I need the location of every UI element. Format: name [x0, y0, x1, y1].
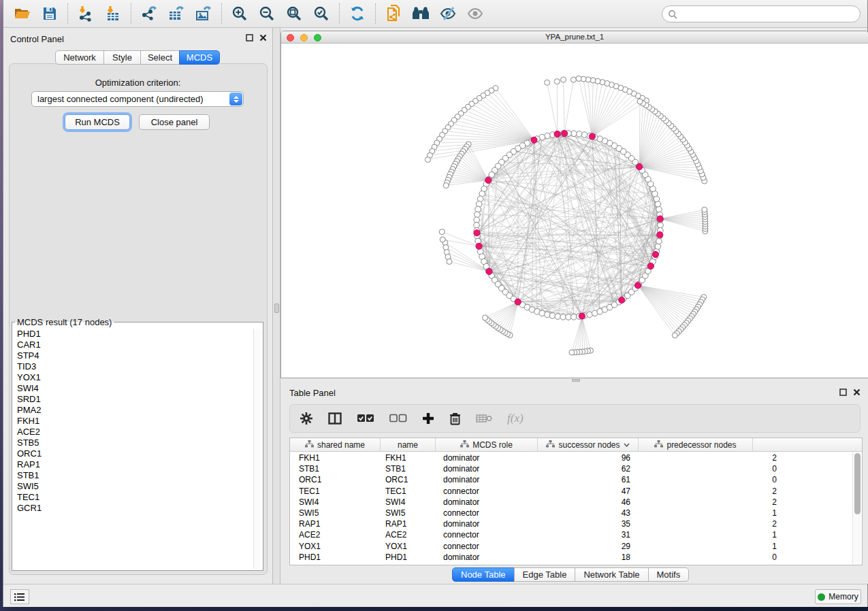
toolbar-separator	[339, 3, 340, 24]
memory-button[interactable]: Memory	[815, 589, 861, 604]
status-bar: Memory	[3, 584, 867, 607]
mcds-result-item[interactable]: ORC1	[14, 448, 253, 459]
run-mcds-button[interactable]: Run MCDS	[65, 114, 130, 130]
table-row[interactable]: SWI4SWI4dominator462	[290, 497, 862, 508]
mcds-result-item[interactable]: FKH1	[14, 416, 253, 427]
column-header-successor-nodes[interactable]: successor nodes	[538, 438, 639, 452]
vertical-splitter-handle[interactable]	[274, 303, 279, 313]
status-menu-button[interactable]	[10, 589, 29, 604]
new-network-from-selection-icon[interactable]	[380, 3, 407, 24]
dropdown-selected-value: largest connected component (undirected)	[32, 94, 229, 104]
mcds-result-item[interactable]: SWI4	[14, 383, 253, 394]
mcds-result-item[interactable]: ACE2	[14, 427, 253, 437]
network-canvas[interactable]	[281, 44, 868, 378]
zoom-out-icon[interactable]	[253, 3, 280, 24]
mcds-result-item[interactable]: GCR1	[14, 503, 253, 514]
hide-selected-icon[interactable]	[434, 3, 462, 24]
search-input[interactable]	[680, 7, 860, 21]
column-header-MCDS-role[interactable]: MCDS role	[436, 438, 538, 452]
import-network-icon[interactable]	[72, 3, 99, 24]
tab-style[interactable]: Style	[103, 50, 141, 65]
table-row[interactable]: STB1STB1dominator620	[290, 463, 862, 474]
tab-select[interactable]: Select	[140, 50, 180, 65]
float-table-panel-icon[interactable]	[839, 389, 847, 396]
delete-table-icon	[476, 413, 492, 424]
table-row[interactable]: ORC1ORC1dominator610	[290, 474, 862, 485]
column-header-name[interactable]: name	[381, 438, 436, 452]
column-header-predecessor-nodes[interactable]: predecessor nodes	[639, 438, 753, 452]
table-row[interactable]: ACE2ACE2connector311	[290, 529, 862, 540]
table-row[interactable]: FKH1FKH1dominator962	[290, 452, 862, 463]
tab-motifs[interactable]: Motifs	[648, 567, 690, 582]
tab-edge-table[interactable]: Edge Table	[514, 567, 576, 582]
mcds-result-item[interactable]: TEC1	[14, 492, 253, 503]
show-columns-icon[interactable]	[328, 412, 342, 425]
mcds-result-item[interactable]: STB1	[14, 470, 253, 481]
mcds-result-item[interactable]: PMA2	[14, 405, 253, 416]
mcds-result-item[interactable]: SWI5	[14, 481, 253, 492]
mcds-result-item[interactable]: SRD1	[14, 394, 253, 405]
float-panel-icon[interactable]	[246, 34, 253, 42]
table-panel-tabs: Node TableEdge TableNetwork TableMotifs	[452, 567, 689, 582]
tab-network-table[interactable]: Network Table	[575, 567, 648, 582]
mcds-result-item[interactable]: CAR1	[14, 340, 253, 350]
table-row[interactable]: YOX1YOX1connector291	[290, 541, 862, 552]
mcds-result-group: MCDS result (17 nodes) PHD1CAR1STP4TID3Y…	[12, 317, 263, 571]
export-table-icon[interactable]	[163, 3, 190, 24]
vertical-splitter[interactable]	[273, 28, 280, 584]
table-row[interactable]: PHD1PHD1dominator180	[290, 552, 862, 563]
mcds-result-item[interactable]: YOX1	[14, 372, 253, 383]
table-row[interactable]: TEC1TEC1connector472	[290, 486, 862, 497]
close-table-panel-icon[interactable]	[853, 389, 861, 396]
export-network-icon[interactable]	[135, 3, 163, 24]
mcds-result-item[interactable]: STP4	[14, 350, 253, 361]
search-box[interactable]	[662, 5, 861, 22]
close-panel-icon[interactable]	[259, 34, 267, 42]
search-icon	[668, 10, 677, 19]
tab-network[interactable]: Network	[55, 50, 104, 65]
table-panel: Table Panel	[280, 382, 868, 584]
table-row[interactable]: RAP1RAP1dominator352	[290, 518, 862, 529]
table-options-gear-icon[interactable]	[300, 412, 313, 425]
select-all-icon[interactable]	[357, 414, 374, 423]
toolbar-separator	[131, 3, 131, 24]
table-panel-title: Table Panel	[289, 388, 336, 398]
export-image-icon[interactable]	[190, 3, 217, 24]
table-row[interactable]: SWI5SWI5connector431	[290, 508, 862, 518]
table-scrollbar[interactable]	[852, 452, 861, 564]
horizontal-splitter-handle[interactable]	[572, 379, 580, 382]
zoom-in-icon[interactable]	[226, 3, 253, 24]
network-window-title: YPA_prune.txt_1	[281, 33, 868, 41]
zoom-selected-icon[interactable]	[308, 3, 335, 24]
optimization-criterion-dropdown[interactable]: largest connected component (undirected)	[31, 91, 244, 107]
control-panel-title: Control Panel	[10, 34, 64, 44]
mcds-result-item[interactable]: PHD1	[14, 329, 253, 340]
deselect-all-icon[interactable]	[389, 414, 407, 423]
memory-button-label: Memory	[829, 592, 858, 601]
add-column-icon[interactable]	[422, 412, 434, 425]
toolbar-separator	[221, 3, 222, 24]
tab-node-table[interactable]: Node Table	[452, 567, 515, 582]
close-panel-button[interactable]: Close panel	[139, 114, 210, 130]
mcds-result-item[interactable]: RAP1	[14, 459, 253, 470]
network-graph	[281, 44, 868, 378]
table-scrollbar-thumb[interactable]	[854, 453, 861, 514]
first-neighbors-icon[interactable]	[407, 3, 434, 24]
tab-mcds[interactable]: MCDS	[179, 50, 220, 65]
memory-status-icon	[818, 593, 825, 601]
mcds-result-item[interactable]: TID3	[14, 361, 253, 372]
open-file-icon[interactable]	[9, 3, 36, 24]
network-view-window: YPA_prune.txt_1	[280, 31, 868, 378]
save-icon[interactable]	[36, 3, 63, 24]
column-header-shared-name[interactable]: shared name	[290, 438, 381, 452]
list-menu-icon	[14, 593, 25, 601]
mcds-result-item[interactable]: STB5	[14, 437, 253, 448]
zoom-fit-icon[interactable]	[280, 3, 308, 24]
network-window-titlebar[interactable]: YPA_prune.txt_1	[281, 31, 868, 44]
show-all-icon[interactable]	[462, 3, 489, 24]
delete-column-icon[interactable]	[449, 412, 461, 425]
mcds-list-scrollbar[interactable]	[253, 329, 261, 569]
apply-function-icon: f(x)	[507, 412, 524, 425]
import-table-icon[interactable]	[99, 3, 127, 24]
apply-layout-icon[interactable]	[344, 3, 371, 24]
